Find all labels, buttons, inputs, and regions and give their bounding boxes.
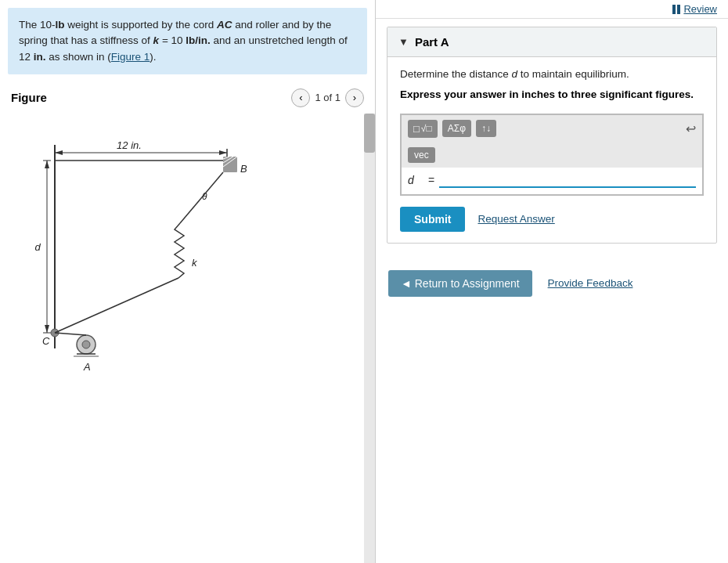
- part-a-title: Part A: [415, 35, 449, 49]
- answer-input-row: d =: [401, 168, 703, 195]
- svg-text:C: C: [42, 335, 50, 347]
- figure-next-button[interactable]: ›: [345, 88, 364, 107]
- problem-text-box: The 10-lb weight is supported by the cor…: [8, 8, 367, 74]
- answer-instruction: Express your answer in inches to three s…: [400, 88, 704, 103]
- figure-header: Figure ‹ 1 of 1 ›: [0, 82, 375, 114]
- symbols-label: AΣφ: [448, 123, 466, 134]
- part-a-content: Determine the distance d to maintain equ…: [387, 57, 716, 243]
- vec-button[interactable]: vec: [408, 147, 435, 163]
- svg-marker-21: [45, 325, 49, 333]
- figure-label: Figure: [11, 91, 47, 104]
- part-header-arrow-icon: ▼: [398, 36, 409, 48]
- svg-line-31: [55, 333, 86, 335]
- figure-prev-button[interactable]: ‹: [291, 88, 310, 107]
- svg-point-24: [82, 341, 90, 348]
- provide-feedback-link[interactable]: Provide Feedback: [548, 277, 633, 289]
- sqrt-label: √□: [421, 123, 432, 134]
- figure-area: 12 in. B θ k: [0, 114, 375, 563]
- svg-line-30: [55, 278, 178, 333]
- part-a-header: ▼ Part A: [387, 27, 716, 57]
- svg-text:k: k: [192, 257, 198, 269]
- svg-text:d: d: [34, 241, 41, 253]
- svg-text:12 in.: 12 in.: [117, 139, 142, 151]
- answer-equals: =: [428, 171, 434, 186]
- part-a-section: ▼ Part A Determine the distance d to mai…: [387, 27, 717, 244]
- arrows-label: ↑↓: [481, 123, 491, 134]
- svg-text:B: B: [240, 163, 247, 175]
- svg-line-14: [180, 172, 223, 223]
- answer-input[interactable]: [439, 171, 696, 188]
- request-answer-link[interactable]: Request Answer: [478, 213, 554, 225]
- figure-link[interactable]: Figure 1: [111, 51, 150, 63]
- scroll-track[interactable]: [364, 114, 375, 563]
- right-panel: Review ▼ Part A Determine the distance d…: [376, 0, 728, 563]
- svg-text:A: A: [83, 361, 91, 373]
- submit-button[interactable]: Submit: [400, 207, 465, 232]
- review-label: Review: [683, 3, 717, 15]
- figure-svg: 12 in. B θ k: [8, 121, 337, 388]
- answer-variable: d: [408, 171, 423, 186]
- review-link[interactable]: Review: [672, 3, 717, 15]
- sqrt-button[interactable]: □ √□: [408, 120, 438, 138]
- return-to-assignment-button[interactable]: ◄ Return to Assignment: [388, 270, 532, 297]
- svg-marker-20: [45, 161, 49, 168]
- action-row: Submit Request Answer: [400, 207, 704, 232]
- review-bar: Review: [376, 0, 728, 19]
- input-toolbar: □ √□ AΣφ ↑↓ ↩: [401, 114, 703, 143]
- question-text: Determine the distance d to maintain equ…: [400, 68, 704, 80]
- bottom-nav: ◄ Return to Assignment Provide Feedback: [376, 259, 728, 308]
- toolbar-second-row: vec: [401, 143, 703, 168]
- vec-label: vec: [414, 150, 429, 161]
- svg-marker-5: [55, 150, 63, 155]
- sqrt-icon: □: [413, 123, 420, 135]
- left-panel: The 10-lb weight is supported by the cor…: [0, 0, 376, 563]
- undo-icon: ↩: [686, 122, 696, 135]
- scroll-thumb[interactable]: [364, 114, 375, 153]
- arrows-button[interactable]: ↑↓: [476, 120, 496, 137]
- svg-marker-6: [219, 150, 227, 155]
- symbols-button[interactable]: AΣφ: [442, 120, 471, 137]
- undo-button[interactable]: ↩: [686, 121, 696, 136]
- figure-nav: ‹ 1 of 1 ›: [291, 88, 364, 107]
- figure-page: 1 of 1: [315, 92, 341, 103]
- review-icon: [672, 5, 680, 14]
